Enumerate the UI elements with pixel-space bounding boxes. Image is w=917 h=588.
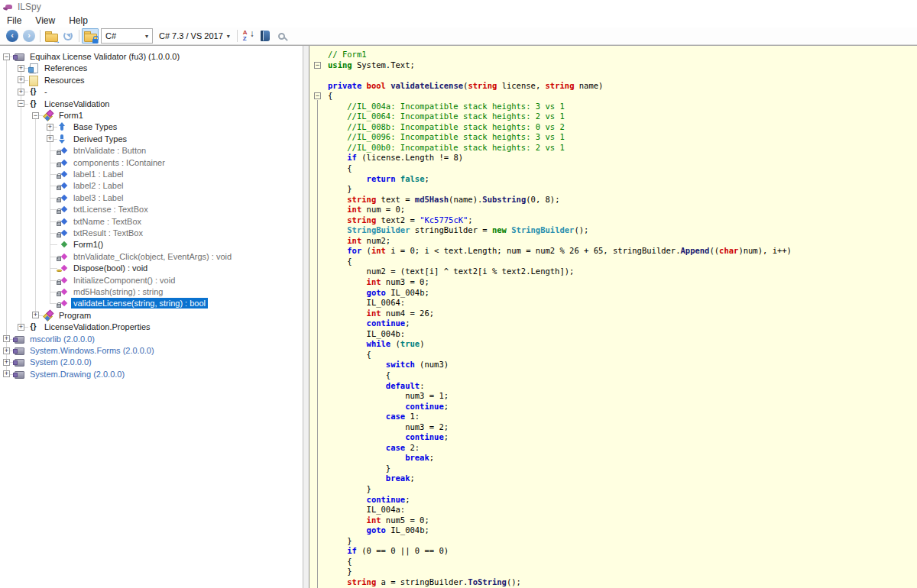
tree-item[interactable]: +mscorlib (2.0.0.0) [0, 333, 303, 345]
code-text: // Form1using System.Text; private bool … [328, 50, 792, 587]
tree-item[interactable]: +References [0, 62, 303, 74]
tree-item[interactable]: Form1() [0, 238, 303, 250]
tree-item[interactable]: +System (2.0.0.0) [0, 356, 303, 368]
code-line: { [328, 91, 792, 102]
code-line: int num3 = 0; [328, 277, 792, 288]
expand-expander[interactable]: + [3, 335, 10, 342]
collapse-expander[interactable]: − [3, 53, 10, 60]
code-line [328, 70, 792, 81]
tree-item[interactable]: −Form1 [0, 109, 303, 121]
tree-item[interactable]: InitializeComponent() : void [0, 274, 303, 286]
menu-view[interactable]: View [28, 15, 62, 27]
code-line: int num5 = 0; [328, 515, 792, 526]
tree-item[interactable]: md5Hash(string) : string [0, 286, 303, 298]
tree-item-label: txtResult : TextBox [71, 228, 145, 238]
panel-splitter[interactable] [303, 46, 309, 588]
tree-item[interactable]: components : IContainer [0, 157, 303, 169]
tree-item[interactable]: label2 : Label [0, 179, 303, 192]
code-line: using System.Text; [328, 60, 792, 71]
code-line: switch (num3) [328, 360, 792, 370]
code-line: } [328, 567, 792, 577]
expand-expander[interactable]: + [18, 65, 24, 72]
menu-file[interactable]: File [0, 15, 28, 27]
code-line: string a = stringBuilder.ToString(); [328, 577, 792, 588]
reload-button[interactable] [60, 28, 76, 44]
expand-expander[interactable]: + [3, 359, 10, 366]
code-line: break; [328, 473, 792, 484]
expand-expander[interactable]: + [18, 89, 24, 95]
assembly-icon [13, 334, 24, 344]
tree-item[interactable]: +System.Drawing (2.0.0.0) [0, 368, 303, 380]
back-button[interactable]: ‹ [4, 28, 21, 44]
code-line: int num4 = 26; [328, 309, 792, 319]
tree-item[interactable]: +System.Windows.Forms (2.0.0.0) [0, 344, 303, 357]
constructor-icon [57, 239, 68, 250]
code-line: //IL_00b0: Incompatible stack heights: 2… [328, 143, 792, 153]
open-arrow-icon: → [53, 37, 60, 44]
private-method-icon [57, 298, 68, 309]
fold-marker[interactable]: − [314, 62, 321, 69]
forward-button[interactable]: › [21, 28, 37, 44]
private-method-icon [57, 275, 68, 286]
language-version-select[interactable]: C# 7.3 / VS 2017 ▾ [154, 28, 235, 44]
tree-item[interactable]: +{}- [0, 86, 303, 98]
menu-help[interactable]: Help [62, 15, 95, 27]
code-line: } [328, 484, 792, 495]
magnifier-icon [278, 33, 285, 40]
tree-item-label: md5Hash(string) : string [71, 286, 165, 297]
protected-method-icon [57, 263, 68, 273]
tree-item[interactable]: txtResult : TextBox [0, 227, 303, 239]
open-from-gac-button[interactable] [82, 28, 99, 44]
tree-item[interactable]: −Equihax License Validator (fu3) (1.0.0.… [0, 50, 303, 63]
chevron-down-icon: ▾ [145, 33, 148, 40]
code-line: { [328, 257, 792, 267]
tree-item[interactable]: txtName : TextBox [0, 215, 303, 228]
tree-item-label: References [42, 63, 89, 73]
expand-expander[interactable]: + [18, 76, 24, 83]
tree-item[interactable]: +{}LicenseValidation.Properties [0, 321, 303, 333]
code-line: for (int i = 0; i < text.Length; num = n… [328, 246, 792, 257]
references-icon [28, 63, 39, 73]
base-types-icon [57, 121, 68, 132]
tree-item[interactable]: btnValidate_Click(object, EventArgs) : v… [0, 250, 303, 263]
tree-item[interactable]: label3 : Label [0, 192, 303, 204]
expand-expander[interactable]: + [47, 124, 53, 131]
search-button[interactable] [274, 28, 290, 44]
expand-expander[interactable]: + [3, 370, 10, 377]
ilspy-window: ILSpy File View Help ‹ › → C# ▾ C# [0, 0, 917, 588]
metadata-book-button[interactable] [257, 28, 274, 44]
tree-item-selected[interactable]: validateLicense(string, string) : bool [0, 297, 303, 309]
tree-item[interactable]: +Derived Types [0, 133, 303, 145]
expand-expander[interactable]: + [47, 135, 53, 142]
tree-item-label: Form1() [71, 239, 105, 250]
code-line: default: [328, 381, 792, 392]
tree-item[interactable]: +Program [0, 309, 303, 321]
tree-item[interactable]: Dispose(bool) : void [0, 262, 303, 274]
collapse-expander[interactable]: − [32, 112, 39, 119]
expand-expander[interactable]: + [32, 312, 39, 318]
open-file-button[interactable]: → [43, 28, 60, 44]
assembly-icon [13, 345, 24, 356]
tree-item[interactable]: btnValidate : Button [0, 144, 303, 157]
fold-marker[interactable]: − [314, 92, 321, 99]
tree-item[interactable]: txtLicense : TextBox [0, 203, 303, 215]
code-line: int num = 0; [328, 205, 792, 215]
tree-item[interactable]: −{}LicenseValidation [0, 98, 303, 110]
language-select[interactable]: C# ▾ [101, 28, 153, 44]
resources-icon [28, 75, 39, 86]
private-field-icon [57, 192, 68, 203]
tree-item[interactable]: +Base Types [0, 121, 303, 133]
sort-assemblies-button[interactable]: A Z ↓ [240, 28, 257, 44]
tree-item[interactable]: +Resources [0, 74, 303, 86]
code-line: if (0 == 0 || 0 == 0) [328, 546, 792, 557]
code-line: { [328, 370, 792, 381]
expand-expander[interactable]: + [18, 324, 24, 331]
collapse-expander[interactable]: − [18, 100, 24, 107]
tree-item[interactable]: label1 : Label [0, 168, 303, 180]
az-sort-icon: A Z ↓ [242, 30, 254, 42]
toolbar-separator [40, 30, 41, 42]
chevron-down-icon: ▾ [227, 33, 230, 40]
code-line: } [328, 536, 792, 547]
expand-expander[interactable]: + [3, 347, 10, 354]
tree-item-label: label2 : Label [71, 180, 125, 191]
